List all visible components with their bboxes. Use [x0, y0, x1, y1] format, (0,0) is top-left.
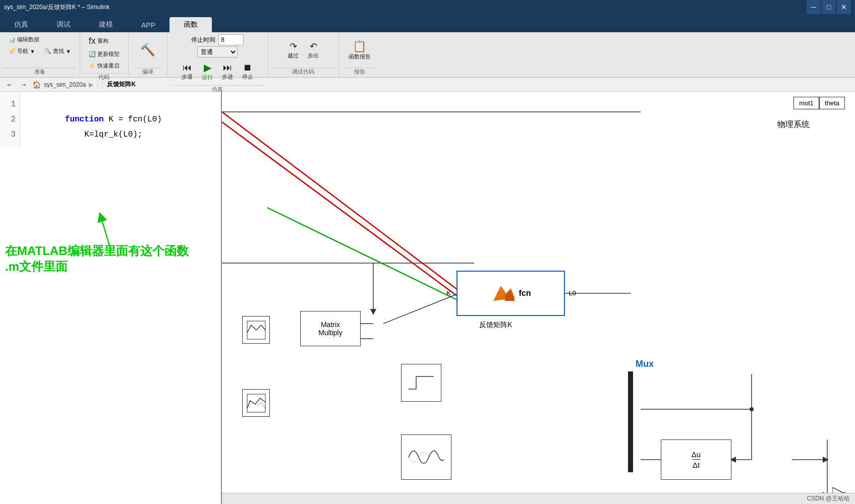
tab-model[interactable]: 建模	[85, 17, 127, 32]
address-bar: ← → 🏠 sys_sim_2020a ▶ 📄 反馈矩阵K	[0, 78, 855, 92]
line-numbers: 1 2 3	[0, 92, 20, 147]
tab-sim[interactable]: 仿真	[0, 17, 42, 32]
edit-data-icon: 📊	[9, 36, 16, 43]
line-num-1: 1	[0, 97, 20, 112]
quick-restart-icon: ⚡	[89, 62, 96, 69]
bottom-bar: CSDN @王哈哈	[222, 493, 855, 504]
stop-button[interactable]: ⏹ 停止	[239, 60, 257, 83]
code-panel: 1 2 3 function K = fcn(L0) K=lqr_k(L0);	[0, 92, 222, 504]
tab-bar: 仿真 调试 建模 APP 函数	[0, 14, 855, 32]
fcn-sublabel: 反馈矩阵K	[479, 321, 512, 330]
line-num-3: 3	[0, 127, 20, 142]
minimize-button[interactable]: ─	[807, 0, 821, 14]
func-report-icon: 📋	[353, 40, 366, 53]
back-button[interactable]: ⏮ 步退	[178, 60, 196, 83]
find-icon: 🔍	[44, 48, 51, 54]
svg-rect-30	[406, 439, 446, 475]
left-block-2[interactable]	[242, 389, 270, 417]
update-model-icon: 🔄	[89, 51, 96, 57]
prepare-label: 准备	[3, 68, 77, 77]
report-label: 报告	[343, 68, 376, 77]
back-icon: ⏮	[183, 62, 192, 73]
step-icon: ⏭	[223, 62, 232, 73]
close-button[interactable]: ✕	[837, 0, 851, 14]
svg-line-3	[222, 112, 459, 291]
restructure-icon: fx	[89, 36, 96, 46]
breadcrumb-sys[interactable]: sys_sim_2020a	[44, 81, 86, 88]
svg-line-6	[383, 293, 459, 324]
fcn-k-port: K	[446, 289, 451, 297]
simulink-canvas-panel[interactable]: mot1 theta 物理系统 fcn	[222, 92, 855, 504]
navigate-icon: 🧭	[9, 48, 16, 54]
tab-func[interactable]: 函数	[169, 17, 212, 32]
compile-icon: 🔨	[140, 43, 155, 57]
toolbar: 📊 编辑数据 🧭 导航 ▼ 🔍 查找 ▼ 准备 fx	[0, 32, 855, 78]
line-num-2: 2	[0, 112, 20, 127]
mot1-label: mot1	[793, 97, 819, 109]
run-icon: ▶	[204, 61, 211, 74]
mux-label: Mux	[636, 359, 654, 369]
restructure-button[interactable]: fx 重构	[85, 34, 112, 48]
run-button[interactable]: ▶ 运行	[198, 59, 216, 83]
compile-button[interactable]: 🔨	[137, 41, 159, 59]
svg-rect-10	[628, 371, 633, 472]
stop-time-input[interactable]	[218, 34, 244, 45]
title-bar: sys_sim_2020a/反馈矩阵K * – Simulink ─ □ ✕	[0, 0, 855, 14]
breadcrumb-current: 反馈矩阵K	[107, 80, 136, 89]
fcn-l0-port: L0	[569, 289, 576, 297]
svg-point-16	[750, 407, 754, 411]
matrix-multiply-block[interactable]: Matrix Multiply	[300, 311, 361, 346]
svg-rect-26	[406, 369, 436, 397]
find-button[interactable]: 🔍 查找 ▼	[41, 46, 75, 56]
step-block[interactable]	[401, 364, 441, 402]
annotation-text: 在MATLAB编辑器里面有这个函数 .m文件里面	[5, 243, 189, 274]
breadcrumb-home-icon: 🏠	[32, 81, 41, 89]
quick-restart-button[interactable]: ⚡ 快速重启	[85, 60, 123, 71]
over-icon: ↷	[290, 41, 297, 52]
derivative-block[interactable]: Δu Δt	[661, 439, 731, 480]
edit-data-button[interactable]: 📊 编辑数据	[5, 34, 43, 45]
back-nav-button[interactable]: ←	[4, 79, 15, 90]
out-button[interactable]: ↶ 步出	[304, 39, 322, 61]
step-button[interactable]: ⏭ 步进	[218, 60, 237, 83]
title-text: sys_sim_2020a/反馈矩阵K * – Simulink	[4, 3, 109, 12]
stop-icon: ⏹	[243, 62, 252, 73]
mode-select[interactable]: 普通	[197, 46, 238, 57]
maximize-button[interactable]: □	[822, 0, 836, 14]
tab-debug[interactable]: 调试	[42, 17, 85, 32]
tab-app[interactable]: APP	[127, 18, 169, 32]
physical-system-label: 物理系统	[777, 119, 810, 130]
left-block-1[interactable]	[242, 316, 270, 344]
svg-line-4	[222, 122, 459, 297]
svg-line-5	[267, 208, 459, 301]
fcn-label: fcn	[519, 289, 531, 298]
stop-time-label: 停止时间	[191, 36, 215, 44]
compile-label: 编译	[135, 68, 161, 77]
forward-nav-button[interactable]: →	[18, 79, 29, 90]
update-model-button[interactable]: 🔄 更新模型	[85, 49, 123, 59]
code-line-1: function K = fcn(L0)	[26, 97, 215, 112]
breadcrumb-icon: 📄	[96, 81, 104, 88]
out-icon: ↶	[310, 41, 317, 52]
credit-text: CSDN @王哈哈	[807, 494, 850, 503]
code-area[interactable]: function K = fcn(L0) K=lqr_k(L0);	[20, 92, 221, 147]
func-report-button[interactable]: 📋 函数报告	[345, 38, 374, 62]
over-button[interactable]: ↷ 越过	[284, 39, 302, 61]
navigate-button[interactable]: 🧭 导航 ▼	[5, 46, 39, 56]
debug-code-label: 调试代码	[272, 68, 334, 77]
theta-label: theta	[819, 97, 845, 109]
main-layout: 1 2 3 function K = fcn(L0) K=lqr_k(L0);	[0, 92, 855, 504]
fcn-block[interactable]: fcn K L0	[457, 271, 565, 316]
sine-block[interactable]	[401, 434, 451, 480]
